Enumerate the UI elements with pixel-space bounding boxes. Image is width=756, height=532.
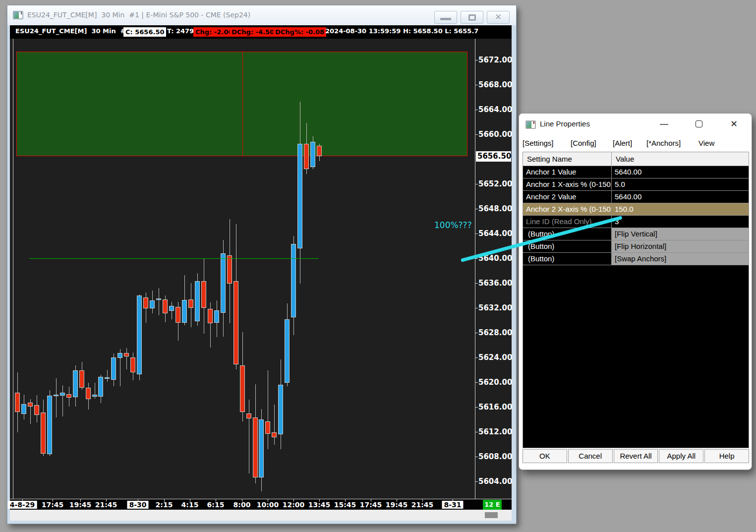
info-trades: T: 2479 <box>167 27 194 35</box>
candle <box>150 300 155 308</box>
table-row[interactable]: Line ID (Read Only)3 <box>523 216 749 228</box>
price-axis[interactable]: 5672.005668.005664.005660.005652.005648.… <box>475 39 512 499</box>
table-row[interactable]: (Button)[Flip Horizontal] <box>523 240 749 253</box>
column-header-value[interactable]: Value <box>612 152 749 166</box>
setting-name-cell: Anchor 2 X-axis % (0-150 <box>523 203 612 215</box>
green-rectangle-drawing[interactable] <box>16 52 467 156</box>
cancel-button[interactable]: Cancel <box>568 449 613 463</box>
close-icon: ✕ <box>487 12 509 22</box>
price-tick <box>475 134 478 135</box>
time-label: 21:45 <box>95 501 117 509</box>
horizontal-scrollbar[interactable] <box>10 510 512 521</box>
revert-all-button[interactable]: Revert All <box>614 449 658 463</box>
settings-table: Setting NameValueAnchor 1 Value5640.00An… <box>523 152 749 448</box>
time-label: 19:45 <box>69 501 92 509</box>
candle <box>265 421 270 434</box>
dialog-close-icon[interactable]: ✕ <box>730 118 738 129</box>
price-tick <box>475 283 478 284</box>
time-label: 17:45 <box>42 501 64 509</box>
time-label: 4:15 <box>181 501 199 509</box>
setting-value-cell[interactable]: 3 <box>612 216 749 228</box>
price-tick <box>475 407 478 408</box>
candle <box>188 299 193 308</box>
candle <box>98 377 103 397</box>
candle <box>227 255 232 284</box>
column-header-setting-name[interactable]: Setting Name <box>523 152 612 166</box>
chart-plot[interactable] <box>13 39 475 499</box>
price-label: 5628.00 <box>478 328 512 337</box>
price-label: 5652.00 <box>478 179 512 188</box>
candle <box>304 144 309 169</box>
time-axis[interactable]: 12 E 4-8-2917:4519:4521:458-302:154:156:… <box>10 499 512 510</box>
candle <box>259 419 264 477</box>
menu-item-anchors[interactable]: [*Anchors] <box>646 139 681 147</box>
dialog-button-row: OKCancelRevert AllApply AllHelp <box>523 449 749 463</box>
candle <box>297 144 302 248</box>
candle <box>117 353 122 358</box>
candle <box>310 142 315 167</box>
candle <box>182 300 187 323</box>
minimize-icon <box>440 18 451 20</box>
time-label: 19:45 <box>386 501 408 509</box>
menu-item-settings[interactable]: [Settings] <box>523 139 554 147</box>
candle-wick <box>274 405 275 445</box>
app-icon <box>13 11 23 19</box>
restore-icon <box>468 14 476 21</box>
table-row[interactable]: Anchor 2 Value5640.00 <box>523 191 749 203</box>
time-label: 15:45 <box>334 501 356 509</box>
setting-value-cell[interactable]: [Flip Horizontal] <box>612 240 749 252</box>
candle-wick <box>159 288 159 315</box>
candle <box>130 357 135 372</box>
candle <box>79 370 84 388</box>
dialog-restore-icon[interactable] <box>696 120 702 127</box>
setting-value-cell[interactable]: [Flip Vertical] <box>612 228 749 240</box>
table-row[interactable]: Anchor 2 X-axis % (0-150150.0 <box>523 203 749 216</box>
menu-item-view[interactable]: View <box>698 139 714 147</box>
setting-value-cell[interactable]: 5.0 <box>612 178 749 190</box>
dialog-minimize-icon[interactable] <box>660 124 668 125</box>
candle <box>291 244 296 317</box>
restore-button[interactable] <box>461 11 483 24</box>
candle <box>208 309 213 323</box>
dialog-titlebar[interactable]: Line Properties ✕ <box>519 114 752 135</box>
setting-value-cell[interactable]: [Swap Anchors] <box>612 253 749 265</box>
chart-window-title: ESU24_FUT_CME[M] 30 Min #1 | E-Mini S&P … <box>27 11 250 19</box>
info-symbol: ESU24_FUT_CME[M] 30 Min #1 <box>15 27 130 35</box>
setting-name-cell: (Button) <box>523 240 612 252</box>
candle <box>105 377 110 379</box>
dialog-menubar: [Settings][Config][Alert][*Anchors]View <box>519 135 752 152</box>
table-row[interactable]: Anchor 1 Value5640.00 <box>523 166 749 178</box>
candle <box>54 395 58 396</box>
candle <box>221 253 226 313</box>
minimize-button[interactable] <box>434 11 457 24</box>
price-label: 5620.00 <box>478 378 512 387</box>
horizontal-line-drawing[interactable] <box>29 258 319 259</box>
candle <box>34 405 39 415</box>
chart-info-bar: ESU24_FUT_CME[M] 30 Min #1 C: 5656.50 T:… <box>10 25 512 39</box>
help-button[interactable]: Help <box>704 449 749 463</box>
scrollbar-thumb[interactable] <box>485 512 498 518</box>
ok-button[interactable]: OK <box>523 449 567 463</box>
chart-window-titlebar[interactable]: ESU24_FUT_CME[M] 30 Min #1 | E-Mini S&P … <box>7 5 516 25</box>
price-label: 5608.00 <box>478 452 512 461</box>
price-label: 5636.00 <box>478 279 512 288</box>
setting-value-cell[interactable]: 150.0 <box>612 203 749 215</box>
menu-item-config[interactable]: [Config] <box>571 139 596 147</box>
candle <box>285 319 290 383</box>
time-label: 2:15 <box>156 501 173 509</box>
table-row[interactable]: (Button)[Swap Anchors] <box>523 253 749 265</box>
candle <box>111 357 116 380</box>
apply-all-button[interactable]: Apply All <box>659 449 703 463</box>
time-label: 21:45 <box>411 501 434 509</box>
menu-item-alert[interactable]: [Alert] <box>613 139 632 147</box>
setting-value-cell[interactable]: 5640.00 <box>612 166 749 178</box>
time-label: 12:00 <box>283 501 305 509</box>
time-label: 13:45 <box>308 501 331 509</box>
price-label: 5604.00 <box>478 477 512 486</box>
price-label: 5668.00 <box>478 80 512 89</box>
setting-value-cell[interactable]: 5640.00 <box>612 191 749 203</box>
candle <box>240 365 245 412</box>
table-row[interactable]: Anchor 1 X-axis % (0-1505.0 <box>523 178 749 191</box>
close-button[interactable]: ✕ <box>487 11 510 24</box>
info-chg: Chg: -2.00 <box>193 27 234 37</box>
